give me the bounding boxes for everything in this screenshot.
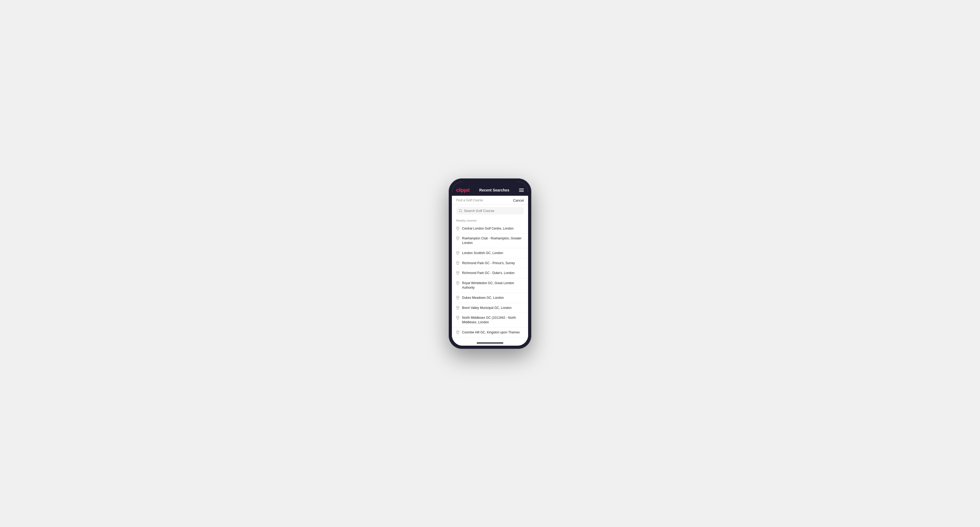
phone-frame: clippd Recent Searches Find a Golf Cours… <box>449 178 531 349</box>
course-list-item[interactable]: London Scottish GC, London <box>452 248 528 258</box>
page-title: Recent Searches <box>479 188 509 192</box>
course-name: North Middlesex GC (1011942 - North Midd… <box>462 316 524 325</box>
location-pin-icon <box>456 237 459 240</box>
cancel-button[interactable]: Cancel <box>513 198 524 202</box>
search-container <box>452 205 528 217</box>
svg-point-6 <box>458 272 458 273</box>
course-list-item[interactable]: Royal Wimbledon GC, Great London Authori… <box>452 278 528 293</box>
course-list-item[interactable]: Richmond Park GC - Duke's, London <box>452 268 528 278</box>
phone-screen: clippd Recent Searches Find a Golf Cours… <box>452 182 528 346</box>
course-name: Central London Golf Centre, London <box>462 226 514 231</box>
course-list-item[interactable]: Central London Golf Centre, London <box>452 224 528 234</box>
location-pin-icon <box>456 306 459 310</box>
svg-point-3 <box>458 238 458 238</box>
course-list-item[interactable]: Dukes Meadows GC, London <box>452 293 528 303</box>
course-name: Richmond Park GC - Duke's, London <box>462 271 514 275</box>
course-name: Royal Wimbledon GC, Great London Authori… <box>462 281 524 290</box>
search-icon <box>459 209 462 213</box>
svg-line-1 <box>461 211 462 212</box>
search-input[interactable] <box>464 209 521 213</box>
home-indicator <box>452 340 528 346</box>
location-pin-icon <box>456 296 459 300</box>
course-name: Dukes Meadows GC, London <box>462 295 504 300</box>
search-box <box>456 207 524 214</box>
content-area: Find a Golf Course Cancel Nearby courses… <box>452 196 528 346</box>
svg-point-5 <box>458 262 458 263</box>
course-list-item[interactable]: Richmond Park GC - Prince's, Surrey <box>452 258 528 268</box>
course-name: Coombe Hill GC, Kingston upon Thames <box>462 330 520 335</box>
course-name: Richmond Park GC - Prince's, Surrey <box>462 261 515 265</box>
status-bar <box>452 182 528 185</box>
location-pin-icon <box>456 281 459 285</box>
svg-point-4 <box>458 252 458 253</box>
svg-point-2 <box>458 227 458 228</box>
nearby-section-label: Nearby courses <box>452 217 528 224</box>
find-label: Find a Golf Course <box>456 198 483 202</box>
find-bar: Find a Golf Course Cancel <box>452 196 528 205</box>
course-list-item[interactable]: Coombe Hill GC, Kingston upon Thames <box>452 327 528 338</box>
location-pin-icon <box>456 227 459 230</box>
svg-point-8 <box>458 297 458 297</box>
course-list: Central London Golf Centre, London Roeha… <box>452 224 528 340</box>
location-pin-icon <box>456 330 459 334</box>
svg-point-10 <box>458 317 458 318</box>
home-bar <box>477 343 503 343</box>
course-list-item[interactable]: North Middlesex GC (1011942 - North Midd… <box>452 313 528 327</box>
location-pin-icon <box>456 251 459 255</box>
course-name: Roehampton Club - Roehampton, Greater Lo… <box>462 236 524 245</box>
course-list-item[interactable]: Brent Valley Municipal GC, London <box>452 303 528 313</box>
location-pin-icon <box>456 316 459 319</box>
course-list-item[interactable]: Roehampton Club - Roehampton, Greater Lo… <box>452 233 528 248</box>
app-logo: clippd <box>456 187 469 193</box>
location-pin-icon <box>456 271 459 275</box>
course-name: London Scottish GC, London <box>462 251 503 256</box>
location-pin-icon <box>456 261 459 265</box>
svg-point-9 <box>458 307 458 308</box>
navigation-bar: clippd Recent Searches <box>452 185 528 196</box>
course-name: Brent Valley Municipal GC, London <box>462 306 512 310</box>
svg-point-11 <box>458 332 458 332</box>
menu-icon[interactable] <box>519 189 524 192</box>
svg-point-7 <box>458 282 458 283</box>
